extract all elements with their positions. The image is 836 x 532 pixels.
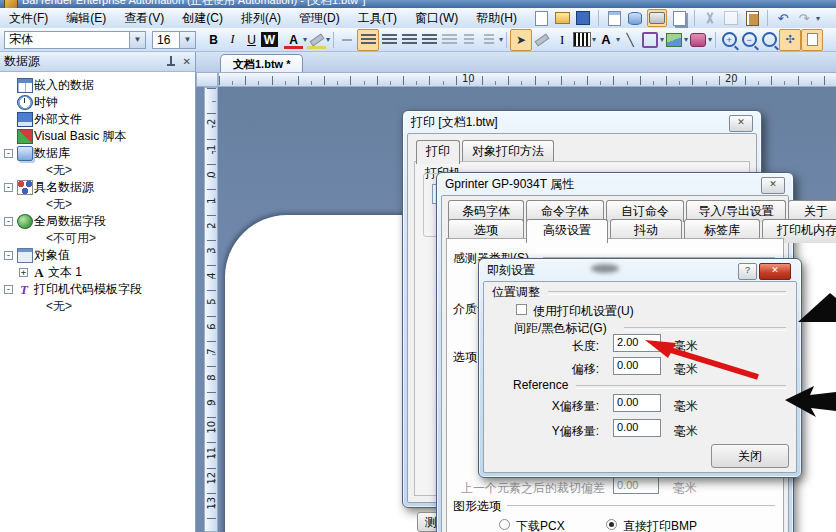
close-icon[interactable]: ✕ bbox=[759, 263, 791, 280]
white-on-black-button[interactable]: W bbox=[261, 32, 278, 47]
tree-item-named-data-source[interactable]: -具名数据源 bbox=[0, 179, 195, 196]
menu-help[interactable]: 帮助(H) bbox=[467, 8, 526, 28]
line-spacing-button[interactable] bbox=[337, 30, 357, 50]
open-button[interactable] bbox=[553, 10, 571, 26]
collapse-toggle[interactable]: - bbox=[4, 285, 13, 294]
stamp-tool-button[interactable] bbox=[688, 30, 708, 50]
highlight-color-button[interactable] bbox=[307, 31, 326, 49]
tab-object-print-method[interactable]: 对象打印方法 bbox=[462, 140, 554, 162]
font-size-combo[interactable]: 16 ▼ bbox=[152, 31, 196, 49]
document-tab[interactable]: 文档1.btw * bbox=[220, 54, 303, 73]
use-printer-settings-checkbox[interactable] bbox=[516, 304, 527, 315]
align-grid-button[interactable] bbox=[439, 30, 459, 50]
align-left-button[interactable] bbox=[357, 29, 379, 51]
undo-button[interactable]: ↶ bbox=[774, 10, 792, 26]
expand-toggle[interactable]: + bbox=[19, 268, 28, 277]
font-color-button[interactable]: A bbox=[284, 31, 303, 49]
collapse-toggle[interactable]: - bbox=[4, 149, 13, 158]
align-right-button[interactable] bbox=[399, 30, 419, 50]
tree-item-vb-script[interactable]: Visual Basic 脚本 bbox=[0, 128, 195, 145]
collapse-toggle[interactable]: - bbox=[4, 183, 13, 192]
align-center-button[interactable] bbox=[379, 30, 399, 50]
anchor-button-2[interactable] bbox=[479, 30, 499, 50]
menu-edit[interactable]: 编辑(E) bbox=[57, 8, 115, 28]
data-sources-panel: 数据源 ✕ 嵌入的数据 时钟 外部文件 Visual Basic 脚本 -数据库… bbox=[0, 52, 196, 532]
menu-arrange[interactable]: 排列(A) bbox=[232, 8, 290, 28]
print-preview-button[interactable] bbox=[670, 10, 688, 26]
menu-manage[interactable]: 管理(D) bbox=[290, 8, 349, 28]
tab-print[interactable]: 打印 bbox=[416, 140, 460, 164]
tree-item-printer-code-template[interactable]: -T打印机代码模板字段 bbox=[0, 281, 195, 298]
page-setup-button[interactable] bbox=[605, 10, 623, 26]
tree-item-external-file[interactable]: 外部文件 bbox=[0, 111, 195, 128]
menu-window[interactable]: 窗口(W) bbox=[406, 8, 467, 28]
tree-item-object-value[interactable]: -对象值 bbox=[0, 247, 195, 264]
highlight-dropdown[interactable]: ▾ bbox=[326, 35, 330, 44]
pin-icon[interactable] bbox=[167, 56, 175, 68]
length-input[interactable]: 2.00 bbox=[613, 334, 661, 352]
tree-item-database[interactable]: -数据库 bbox=[0, 145, 195, 162]
stamp-dropdown[interactable]: ▾ bbox=[708, 35, 712, 44]
toolbar-separator bbox=[506, 32, 507, 48]
y-offset-unit: 毫米 bbox=[674, 423, 698, 440]
close-icon[interactable]: ✕ bbox=[729, 115, 753, 132]
toolbar-overflow-chevron[interactable]: ▾ bbox=[499, 35, 503, 44]
page-view-button[interactable] bbox=[801, 29, 823, 51]
database-setup-button[interactable] bbox=[626, 10, 644, 26]
new-document-button[interactable] bbox=[532, 10, 550, 26]
format-painter-button[interactable] bbox=[532, 30, 552, 50]
tree-item-clock[interactable]: 时钟 bbox=[0, 94, 195, 111]
cut-offset-input[interactable]: 0.00 bbox=[613, 477, 659, 494]
shape-tool-button[interactable] bbox=[640, 30, 660, 50]
close-icon[interactable]: ✕ bbox=[761, 177, 785, 194]
download-pcx-radio[interactable] bbox=[499, 519, 510, 530]
fit-to-window-button[interactable]: ✣ bbox=[779, 29, 801, 51]
tree-item-none[interactable]: <无> bbox=[0, 196, 195, 213]
collapse-toggle[interactable]: - bbox=[4, 217, 13, 226]
tree-item-text-1[interactable]: +A文本 1 bbox=[0, 264, 195, 281]
y-offset-input[interactable]: 0.00 bbox=[613, 419, 661, 437]
direct-print-bmp-radio[interactable] bbox=[606, 519, 617, 530]
menu-create[interactable]: 创建(C) bbox=[173, 8, 232, 28]
tree-item-none[interactable]: <无> bbox=[0, 298, 195, 315]
menu-file[interactable]: 文件(F) bbox=[0, 8, 57, 28]
tree-item-embedded-data[interactable]: 嵌入的数据 bbox=[0, 77, 195, 94]
text-tool-button[interactable]: A bbox=[596, 30, 616, 50]
cut-button[interactable] bbox=[701, 10, 719, 26]
text-cursor-tool-button[interactable]: I bbox=[552, 30, 572, 50]
toolbar-separator bbox=[715, 32, 716, 48]
tree-item-none[interactable]: <无> bbox=[0, 162, 195, 179]
select-tool-button[interactable]: ➤ bbox=[510, 29, 532, 51]
help-icon[interactable]: ? bbox=[738, 263, 757, 280]
zoom-select-button[interactable] bbox=[759, 30, 779, 50]
tree-item-global-data-field[interactable]: -全局数据字段 bbox=[0, 213, 195, 230]
zoom-out-button[interactable]: − bbox=[739, 30, 759, 50]
tree-item-unavailable[interactable]: <不可用> bbox=[0, 230, 195, 247]
menu-view[interactable]: 查看(V) bbox=[115, 8, 173, 28]
paste-button[interactable] bbox=[743, 10, 761, 26]
picture-tool-button[interactable] bbox=[664, 30, 684, 50]
close-button[interactable]: 关闭 bbox=[711, 444, 789, 468]
redo-button[interactable]: ↷ bbox=[795, 10, 813, 26]
close-icon[interactable]: ✕ bbox=[183, 56, 191, 67]
menu-tools[interactable]: 工具(T) bbox=[349, 8, 406, 28]
toolbar-overflow-chevron[interactable]: ▾ bbox=[816, 14, 820, 23]
anchor-button-1[interactable] bbox=[459, 30, 479, 50]
align-left-icon bbox=[361, 34, 376, 45]
save-button[interactable] bbox=[574, 10, 592, 26]
font-name-combo[interactable]: 宋体 ▼ bbox=[4, 31, 146, 49]
line-tool-button[interactable]: ╲ bbox=[620, 30, 640, 50]
align-justify-button[interactable] bbox=[419, 30, 439, 50]
underline-button[interactable]: U bbox=[242, 31, 261, 49]
offset-input[interactable]: 0.00 bbox=[613, 357, 661, 375]
x-offset-input[interactable]: 0.00 bbox=[613, 394, 661, 412]
copy-icon bbox=[724, 11, 738, 25]
copy-button[interactable] bbox=[722, 10, 740, 26]
tab-advanced-settings[interactable]: 高级设置 bbox=[526, 219, 608, 243]
zoom-in-button[interactable]: + bbox=[719, 30, 739, 50]
bold-button[interactable]: B bbox=[204, 31, 223, 49]
print-button[interactable] bbox=[647, 9, 667, 27]
collapse-toggle[interactable]: - bbox=[4, 251, 13, 260]
barcode-tool-button[interactable] bbox=[572, 30, 592, 50]
italic-button[interactable]: I bbox=[223, 31, 242, 49]
